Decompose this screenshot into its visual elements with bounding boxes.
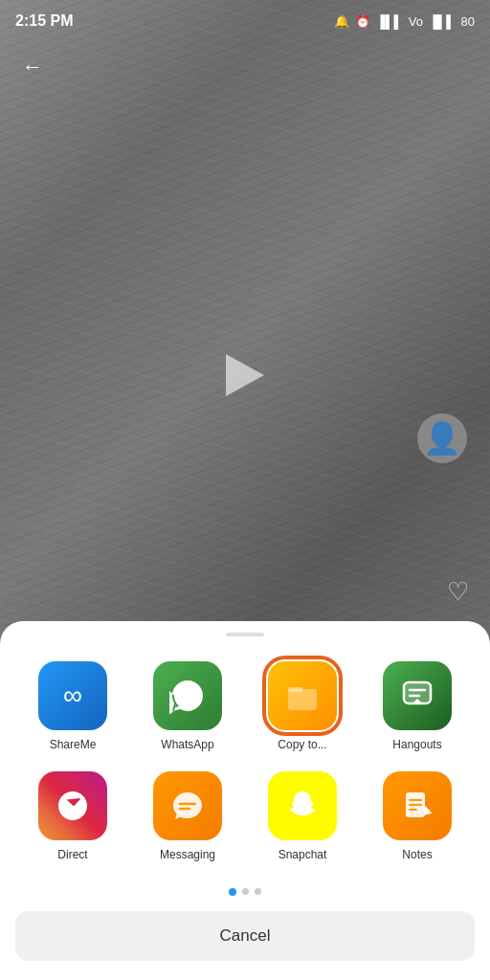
whatsapp-label: WhatsApp	[161, 738, 213, 751]
direct-icon	[55, 788, 91, 824]
play-button[interactable]	[226, 354, 264, 396]
snapchat-label: Snapchat	[278, 848, 327, 861]
avatar-button[interactable]: 👤	[417, 413, 467, 463]
hangouts-label: Hangouts	[392, 738, 441, 751]
page-dot-2	[242, 888, 249, 895]
shareme-label: ShareMe	[50, 738, 97, 751]
app-item-copyto[interactable]: Copy to...	[245, 652, 360, 761]
sheet-handle	[226, 633, 264, 636]
back-arrow-icon: ←	[22, 55, 43, 79]
direct-icon-wrapper	[38, 771, 107, 840]
whatsapp-icon	[169, 678, 206, 714]
copyto-label: Copy to...	[278, 738, 326, 751]
snapchat-icon-wrapper	[268, 771, 337, 840]
avatar-icon: 👤	[423, 420, 461, 457]
svg-rect-1	[288, 687, 302, 692]
copyto-icon-wrapper	[268, 661, 337, 730]
signal-icon: ▐▌▌	[376, 14, 403, 29]
vo-icon: Vo	[409, 14, 423, 29]
app-item-shareme[interactable]: ∞ ShareMe	[15, 652, 130, 761]
signal2-icon: ▐▌▌	[429, 14, 456, 29]
messaging-icon-wrapper	[153, 771, 222, 840]
back-button[interactable]: ←	[15, 50, 50, 84]
notification-icon: 🔔	[334, 14, 349, 29]
page-dot-3	[255, 888, 261, 895]
messaging-icon	[169, 788, 206, 824]
messaging-label: Messaging	[160, 848, 215, 861]
app-item-hangouts[interactable]: Hangouts	[360, 652, 475, 761]
whatsapp-icon-wrapper	[153, 661, 222, 730]
app-item-snapchat[interactable]: Snapchat	[245, 762, 360, 871]
notes-icon	[399, 788, 435, 824]
share-sheet: ∞ ShareMe WhatsApp Copy to...	[0, 621, 490, 980]
snapchat-icon	[283, 787, 322, 825]
app-item-messaging[interactable]: Messaging	[130, 762, 245, 871]
notes-label: Notes	[402, 848, 432, 861]
alarm-icon: ⏰	[355, 14, 370, 29]
app-item-whatsapp[interactable]: WhatsApp	[130, 652, 245, 761]
page-dots	[0, 888, 490, 896]
status-time: 2:15 PM	[15, 12, 73, 30]
svg-rect-0	[288, 689, 317, 710]
heart-button[interactable]: ♡	[447, 577, 469, 607]
app-item-direct[interactable]: Direct	[15, 762, 130, 871]
app-grid: ∞ ShareMe WhatsApp Copy to...	[0, 652, 490, 880]
page-dot-1	[229, 888, 236, 896]
direct-label: Direct	[57, 848, 87, 861]
battery-icon: 80	[461, 14, 475, 29]
hangouts-icon-wrapper	[383, 661, 452, 730]
app-item-notes[interactable]: Notes	[360, 762, 475, 871]
copyto-icon	[282, 676, 323, 716]
shareme-icon: ∞	[63, 680, 82, 711]
shareme-icon-wrapper: ∞	[38, 661, 107, 730]
cancel-button[interactable]: Cancel	[15, 911, 475, 961]
notes-icon-wrapper	[383, 771, 452, 840]
status-icons: 🔔 ⏰ ▐▌▌ Vo ▐▌▌ 80	[334, 14, 475, 29]
status-bar: 2:15 PM 🔔 ⏰ ▐▌▌ Vo ▐▌▌ 80	[0, 0, 490, 42]
hangouts-icon	[399, 678, 435, 714]
